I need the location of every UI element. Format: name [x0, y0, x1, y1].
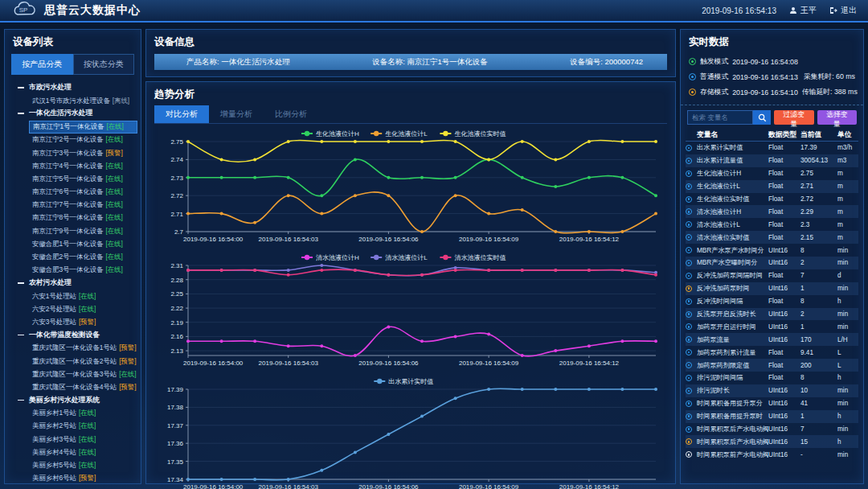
variable-row[interactable]: 排污泥时间间隔Float8h — [686, 372, 858, 384]
variable-row[interactable]: 出水累计流量值Float30054.13m3 — [686, 154, 858, 167]
device-item[interactable]: 安徽合肥3号一体化设备[在线] — [29, 264, 137, 277]
logout-label: 退出 — [841, 5, 857, 16]
svg-text:清水池液位实时值: 清水池液位实时值 — [454, 254, 506, 261]
target-dot-icon — [686, 260, 692, 266]
variable-row[interactable]: 加药泵药剂累计流量Float9.41L — [686, 346, 858, 359]
variable-name: 出水累计实时值 — [697, 143, 768, 152]
target-dot-icon — [686, 247, 692, 253]
device-group-header[interactable]: 美丽乡村污水处理系统 — [8, 394, 137, 407]
device-item[interactable]: 南京江宁1号一体化设备[在线] — [29, 121, 137, 134]
magnifier-icon — [758, 113, 767, 122]
device-item[interactable]: 六安2号处理站[在线] — [29, 302, 137, 315]
device-item[interactable]: 美丽乡村5号站[在线] — [29, 458, 137, 471]
variable-row[interactable]: 时间累积泵后产水电动阀时UInt1615h — [686, 435, 858, 448]
variable-value: 2 — [800, 259, 837, 266]
variable-row[interactable]: MBR产水空曝时间分UInt162min — [686, 257, 858, 269]
device-item[interactable]: 美丽乡村4号站[在线] — [29, 446, 137, 458]
variable-row[interactable]: 排污泥时长UInt1610min — [686, 384, 858, 397]
variable-type: Float — [768, 349, 800, 356]
dashboard-page: SP 思普云大数据中心 2019-09-16 16:54:13 王平 退出 设备… — [0, 0, 868, 489]
device-group-header[interactable]: 农村污水处理 — [8, 277, 137, 290]
trend-chart-3[interactable]: 17.3417.3517.3617.3717.3817.392019-09-16… — [153, 373, 667, 489]
variable-row[interactable]: 生化池液位计LFloat2.71m — [686, 180, 858, 193]
logout-icon — [829, 6, 837, 14]
device-item[interactable]: 重庆武隆区一体化设备2号站[预警] — [29, 355, 137, 368]
device-item[interactable]: 重庆武隆区一体化设备4号站[预警] — [29, 380, 137, 393]
variable-row[interactable]: 时间累积备用提升泵时UInt161h — [686, 410, 858, 423]
variable-type: UInt16 — [768, 413, 800, 420]
svg-text:2019-09-16 16:54:03: 2019-09-16 16:54:03 — [259, 483, 319, 489]
trend-tab-0[interactable]: 对比分析 — [154, 105, 209, 123]
variable-row[interactable]: 时间累积备用提升泵分UInt1641min — [686, 397, 858, 410]
device-item[interactable]: 美丽乡村2号站[在线] — [29, 420, 137, 433]
target-dot-icon — [686, 273, 692, 279]
search-button[interactable] — [753, 110, 771, 125]
variable-value: 1 — [800, 413, 837, 420]
variable-row[interactable]: 清水池液位实时值Float2.15m — [686, 231, 858, 244]
variable-row[interactable]: 反洗泵开启反洗时长UInt162min — [686, 308, 858, 321]
variable-value: 200 — [800, 362, 837, 369]
sidebar-tab-by-product[interactable]: 按产品分类 — [11, 54, 73, 75]
variable-row[interactable]: 生化池液位计HFloat2.75m — [686, 167, 858, 180]
variable-row[interactable]: 反冲洗时间间隔Float8h — [686, 295, 858, 308]
trend-tab-2[interactable]: 比例分析 — [264, 105, 318, 123]
variable-row[interactable]: 加药泵流量UInt16170L/H — [686, 333, 858, 346]
variable-status-icon — [686, 349, 697, 355]
filter-variables-button[interactable]: 过滤变量 — [774, 110, 814, 125]
trend-charts: 2.72.712.722.732.742.752019-09-16 16:54:… — [146, 124, 675, 489]
variable-type: UInt16 — [768, 285, 800, 292]
device-item[interactable]: 南京江宁9号一体化设备[在线] — [29, 224, 137, 237]
select-variables-button[interactable]: 选择变量 — [817, 110, 858, 125]
device-item[interactable]: 南京江宁3号一体化设备[预警] — [29, 146, 137, 159]
app-header: SP 思普云大数据中心 2019-09-16 16:54:13 王平 退出 — [0, 0, 868, 23]
trend-tab-1[interactable]: 增量分析 — [209, 105, 264, 123]
variable-row[interactable]: 反冲洗加药泵时间UInt161min — [686, 282, 858, 295]
device-item[interactable]: 重庆武隆区一体化设备1号站[预警] — [29, 342, 137, 355]
device-item[interactable]: 南京江宁4号一体化设备[在线] — [29, 159, 137, 172]
device-item[interactable]: 南京江宁8号一体化设备[在线] — [29, 212, 137, 224]
user-menu[interactable]: 王平 — [789, 5, 817, 16]
logout-button[interactable]: 退出 — [829, 5, 857, 16]
variable-row[interactable]: 生化池液位实时值Float2.72m — [686, 193, 858, 206]
device-item[interactable]: 六安3号处理站[预警] — [29, 315, 137, 328]
variable-type: Float — [768, 170, 800, 177]
device-item[interactable]: 安徽合肥2号一体化设备[在线] — [29, 250, 137, 263]
search-input[interactable] — [687, 110, 753, 125]
device-item[interactable]: 南京江宁6号一体化设备[在线] — [29, 186, 137, 199]
device-item[interactable]: 南京江宁5号一体化设备[在线] — [29, 172, 137, 185]
device-group-header[interactable]: 一体化带温度检测设备 — [8, 329, 137, 342]
variable-unit: d — [837, 272, 858, 279]
svg-text:2019-09-16 16:54:06: 2019-09-16 16:54:06 — [358, 236, 419, 243]
device-item[interactable]: 美丽乡村1号站[在线] — [29, 407, 137, 420]
variable-row[interactable]: 加药泵开启运行时间UInt161min — [686, 320, 858, 333]
variable-row[interactable]: 清水池液位计LFloat2.3m — [686, 218, 858, 231]
device-item[interactable]: 南京江宁2号一体化设备[在线] — [29, 134, 137, 146]
trend-chart-2[interactable]: 2.132.162.192.222.252.282.312019-09-16 1… — [153, 249, 667, 370]
device-name: 南京江宁1号一体化设备 — [33, 122, 104, 131]
variable-row[interactable]: 加药泵药剂限定值Float200L — [686, 359, 858, 372]
variable-row[interactable]: 时间累积泵后产水电动阀分UInt167min — [686, 423, 858, 436]
device-item[interactable]: 南京江宁7号一体化设备[在线] — [29, 199, 137, 212]
variable-row[interactable]: 反冲洗加药泵间隔时间Float7d — [686, 269, 858, 282]
target-dot-icon — [686, 451, 692, 458]
device-item[interactable]: 武汉1号市政污水处理设备[离线] — [29, 94, 137, 107]
device-item[interactable]: 六安1号处理站[在线] — [29, 290, 137, 302]
variable-row[interactable]: 清水池液位计HFloat2.29m — [686, 205, 858, 218]
variable-row[interactable]: MBR产水泵产水时间分UInt168min — [686, 244, 858, 257]
trend-chart-1[interactable]: 2.72.712.722.732.742.752019-09-16 16:54:… — [153, 125, 667, 246]
variable-row[interactable]: 时间累积泵前产水电动阀分UInt16-min — [686, 448, 858, 461]
device-item[interactable]: 美丽乡村3号站[在线] — [29, 433, 137, 446]
device-status: [在线] — [105, 253, 122, 261]
variable-value: 15 — [800, 438, 837, 446]
device-item[interactable]: 安徽合肥1号一体化设备[在线] — [29, 237, 137, 250]
target-dot-icon — [686, 438, 692, 445]
target-dot-icon — [686, 298, 692, 305]
variable-row[interactable]: 出水累计实时值Float17.39m3/h — [686, 142, 858, 154]
device-item[interactable]: 美丽乡村6号站[预警] — [29, 472, 137, 485]
svg-text:2.72: 2.72 — [170, 192, 183, 199]
device-group-header[interactable]: 一体化生活污水处理 — [8, 107, 137, 120]
sidebar-tab-by-status[interactable]: 按状态分类 — [73, 54, 135, 75]
device-item[interactable]: 重庆武隆区一体化设备3号站[在线] — [29, 368, 137, 380]
mode-status-list: 触发模式2019-09-16 16:54:08普通模式2019-09-16 16… — [681, 52, 863, 105]
device-group-header[interactable]: 市政污水处理 — [8, 81, 137, 94]
